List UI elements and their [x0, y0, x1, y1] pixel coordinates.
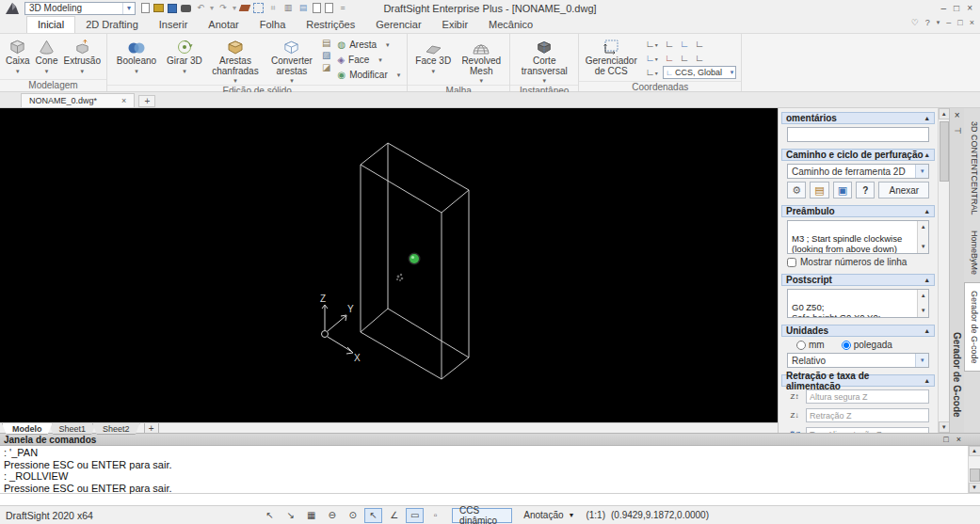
- feedback-heart-icon[interactable]: ♡: [911, 18, 919, 27]
- undo-dropdown-icon[interactable]: ▾: [210, 4, 214, 12]
- frame-toggle-icon[interactable]: ▫: [426, 508, 444, 523]
- dropdown-arrow-icon[interactable]: ▾: [183, 68, 186, 74]
- anexar-button[interactable]: Anexar: [878, 182, 929, 198]
- polegada-radio[interactable]: [842, 341, 851, 350]
- collapse-arrow-icon[interactable]: ▲: [924, 151, 930, 158]
- scroll-down-icon[interactable]: ▼: [939, 421, 950, 433]
- show-line-numbers-row[interactable]: Mostrar números de linha: [787, 257, 929, 267]
- sheet-tab-sheet2[interactable]: Sheet2: [92, 423, 140, 435]
- modificar-button[interactable]: ◉ Modificar ▾: [335, 68, 402, 82]
- section-header[interactable]: Postscript ▲: [781, 274, 935, 286]
- help-button[interactable]: ?: [925, 18, 930, 27]
- dropdown-arrow-icon[interactable]: ▾: [233, 77, 237, 84]
- esnap-toggle-icon[interactable]: ↖: [364, 508, 382, 523]
- dropdown-arrow-icon[interactable]: ▾: [479, 77, 483, 84]
- close-icon[interactable]: ×: [956, 435, 961, 444]
- tab-mecanico[interactable]: Mecânico: [478, 17, 543, 33]
- booleano-button[interactable]: Booleano ▾: [110, 36, 163, 75]
- pointer-toggle-icon[interactable]: ↘: [281, 508, 299, 523]
- cone-button[interactable]: Cone ▾: [33, 36, 61, 75]
- ccs-preset-icon[interactable]: ∟: [678, 53, 691, 64]
- sheet-tab-sheet1[interactable]: Sheet1: [49, 423, 97, 435]
- ccs-preset-icon[interactable]: ∟▾: [642, 53, 661, 65]
- ccs-selector[interactable]: ∟ CCS, Global ▾: [663, 66, 736, 79]
- tab-homebyme[interactable]: HomeByMe: [964, 223, 980, 282]
- postscript-textarea[interactable]: G0 Z50; Safe height G0 X0 Y0; M30; Rewin…: [787, 289, 929, 318]
- chevron-down-icon[interactable]: ▾: [915, 354, 928, 367]
- delete-face-icon[interactable]: ◪: [322, 62, 330, 72]
- collapse-arrow-icon[interactable]: ▲: [924, 327, 930, 334]
- scale-indicator[interactable]: (1:1): [586, 510, 605, 520]
- polar-toggle-icon[interactable]: ⊙: [344, 508, 361, 523]
- section-header[interactable]: Retração e taxa de alimentação ▲: [781, 374, 935, 387]
- new-sheet-icon[interactable]: [313, 3, 321, 13]
- chevron-down-icon[interactable]: ▾: [731, 69, 734, 76]
- pan-icon[interactable]: ⌗: [267, 3, 279, 13]
- properties-icon[interactable]: ▥: [282, 3, 294, 13]
- command-history[interactable]: : '_PAN Pressione ESC ou ENTER para sair…: [0, 446, 980, 493]
- dropdown-arrow-icon[interactable]: ▾: [45, 68, 49, 74]
- collapse-arrow-icon[interactable]: ▲: [924, 377, 930, 384]
- section-header[interactable]: Unidades ▲: [781, 325, 935, 337]
- tab-exibir[interactable]: Exibir: [432, 17, 479, 33]
- command-window-header[interactable]: Janela de comandos □ ×: [0, 434, 980, 446]
- scroll-up-icon[interactable]: ▲: [921, 222, 926, 232]
- minimize-button[interactable]: –: [941, 3, 947, 13]
- command-input[interactable]: [0, 493, 980, 505]
- close-button[interactable]: ×: [967, 3, 972, 13]
- save-gcode-button[interactable]: ▣: [833, 182, 852, 198]
- face-button[interactable]: ◈ Face ▾: [335, 53, 402, 67]
- collapse-arrow-icon[interactable]: ▲: [924, 277, 930, 283]
- copy-solid-icon[interactable]: ▤: [322, 38, 330, 48]
- sheet-tab-modelo[interactable]: Modelo: [2, 423, 53, 435]
- section-header[interactable]: Preâmbulo ▲: [781, 205, 935, 217]
- tab-gerador-de-gcode[interactable]: Gerador de G-code: [964, 282, 980, 373]
- doc-close-button[interactable]: ×: [970, 18, 974, 27]
- scroll-down-icon[interactable]: ▼: [921, 242, 926, 252]
- doc-restore-button[interactable]: □: [957, 18, 962, 27]
- panel-scrollbar[interactable]: ▲ ▼: [938, 108, 949, 433]
- dropdown-arrow-icon[interactable]: ▾: [290, 77, 294, 84]
- gerenciador-ccs-button[interactable]: Gerenciador de CCS: [582, 36, 640, 77]
- dynamic-input-toggle-icon[interactable]: ▭: [406, 508, 424, 523]
- tab-gerenciar[interactable]: Gerenciar: [365, 17, 431, 33]
- command-scrollbar[interactable]: ▲ ▼: [968, 446, 980, 493]
- panel-close-icon[interactable]: ×: [955, 110, 960, 120]
- caixa-button[interactable]: Caixa ▾: [3, 36, 33, 75]
- ccs-preset-icon[interactable]: ∟: [663, 53, 676, 64]
- ortho-toggle-icon[interactable]: ⊖: [323, 508, 341, 523]
- chevron-down-icon[interactable]: ▾: [122, 3, 135, 14]
- tab-anotar[interactable]: Anotar: [198, 17, 249, 33]
- ccs-preset-icon[interactable]: ∟▾: [642, 67, 661, 79]
- print-icon[interactable]: [181, 5, 191, 12]
- dropdown-arrow-icon[interactable]: ▾: [16, 68, 20, 74]
- chevron-down-icon[interactable]: ▾: [915, 165, 928, 178]
- help-dropdown-icon[interactable]: ▾: [937, 19, 940, 26]
- redo-icon[interactable]: ↷: [217, 3, 229, 13]
- new-document-tab-button[interactable]: +: [138, 95, 155, 107]
- polegada-radio-row[interactable]: polegada: [842, 340, 892, 350]
- ccs-dinamico-button[interactable]: CCS dinâmico: [452, 508, 512, 523]
- tab-restricoes[interactable]: Restrições: [296, 17, 365, 33]
- safe-height-input[interactable]: [806, 389, 929, 404]
- scroll-up-icon[interactable]: ▲: [969, 446, 980, 456]
- document-tab[interactable]: NONAME_0.dwg* ×: [21, 93, 135, 107]
- shell-solid-icon[interactable]: ▨: [322, 50, 330, 60]
- collapse-arrow-icon[interactable]: ▲: [924, 115, 930, 121]
- help-button[interactable]: ?: [856, 182, 875, 198]
- etrack-toggle-icon[interactable]: ∠: [385, 508, 403, 523]
- dropdown-arrow-icon[interactable]: ▾: [386, 41, 390, 49]
- app-menu-icon[interactable]: =: [337, 3, 348, 13]
- settings-button[interactable]: ⚙: [787, 182, 806, 198]
- textarea-scrollbar[interactable]: ▲ ▼: [917, 221, 928, 253]
- open-file-icon[interactable]: [153, 4, 164, 12]
- revolved-mesh-button[interactable]: Revolved Mesh ▾: [456, 36, 506, 85]
- document-tab-close-icon[interactable]: ×: [121, 96, 126, 105]
- scroll-up-icon[interactable]: ▲: [939, 108, 950, 119]
- dropdown-arrow-icon[interactable]: ▾: [542, 77, 546, 84]
- snap-toggle-icon[interactable]: ↖: [261, 508, 279, 523]
- doc-minimize-button[interactable]: –: [946, 18, 951, 27]
- dropdown-arrow-icon[interactable]: ▾: [397, 71, 401, 79]
- undo-icon[interactable]: ↶: [195, 3, 206, 13]
- scrollbar-thumb[interactable]: [940, 121, 949, 182]
